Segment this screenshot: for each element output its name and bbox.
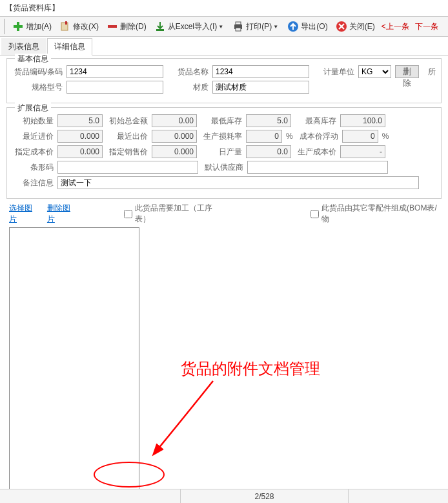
minus-icon bbox=[106, 20, 119, 33]
day-out-input[interactable] bbox=[246, 145, 291, 158]
code-label: 货品编码/条码 bbox=[12, 67, 63, 77]
init-qty-label: 初始数量 bbox=[12, 116, 54, 127]
plus-icon bbox=[12, 20, 25, 33]
svg-rect-7 bbox=[236, 22, 241, 25]
barcode-input[interactable] bbox=[57, 161, 198, 174]
spec-label: 规格型号 bbox=[12, 82, 63, 93]
bom-checkbox[interactable]: 此货品由其它零配件组成(BOM表/物 bbox=[311, 203, 442, 225]
prod-cost-input[interactable] bbox=[340, 145, 385, 158]
recent-in-input[interactable] bbox=[57, 130, 103, 143]
material-input[interactable] bbox=[212, 81, 309, 94]
loss-label: 生产损耗率 bbox=[201, 131, 242, 142]
supplier-input[interactable] bbox=[247, 161, 388, 174]
supplier-label: 默认供应商 bbox=[202, 162, 243, 173]
window-title: 【货品资料库】 bbox=[0, 0, 448, 16]
barcode-label: 条形码 bbox=[12, 162, 54, 173]
svg-rect-4 bbox=[108, 25, 117, 28]
delete-image-link[interactable]: 删除图片 bbox=[47, 203, 77, 225]
basic-info-group: 基本信息 货品编码/条码 货品名称 计量单位 KG 删除 所 规格型号 材质 bbox=[6, 58, 442, 103]
bom-check-input[interactable] bbox=[311, 210, 319, 218]
dropdown-icon[interactable]: ▼ bbox=[273, 24, 280, 30]
material-label: 材质 bbox=[167, 82, 209, 93]
edit-icon bbox=[59, 20, 72, 33]
prod-cost-label: 生产成本价 bbox=[295, 147, 336, 158]
basic-title: 基本信息 bbox=[15, 54, 51, 65]
unit-label: 计量单位 bbox=[313, 67, 354, 77]
pct-label: % bbox=[286, 132, 293, 141]
owner-label: 所 bbox=[423, 67, 436, 77]
remark-input[interactable] bbox=[57, 176, 419, 189]
svg-rect-3 bbox=[65, 21, 67, 25]
recent-out-input[interactable] bbox=[152, 130, 197, 143]
process-check-input[interactable] bbox=[124, 210, 132, 218]
process-checkbox[interactable]: 此货品需要加工（工序表） bbox=[124, 203, 225, 225]
content-area: 基本信息 货品编码/条码 货品名称 计量单位 KG 删除 所 规格型号 材质 扩… bbox=[0, 56, 448, 503]
delete-unit-button[interactable]: 删除 bbox=[395, 65, 419, 78]
spec-cost-input[interactable] bbox=[57, 145, 103, 158]
delete-button[interactable]: 删除(D) bbox=[103, 18, 150, 35]
cost-float-label: 成本价浮动 bbox=[297, 131, 338, 142]
add-button[interactable]: 增加(A) bbox=[8, 18, 55, 35]
print-button[interactable]: 打印(P) ▼ bbox=[229, 18, 283, 35]
unit-select[interactable]: KG bbox=[358, 65, 391, 78]
next-link[interactable]: 下一条 bbox=[412, 21, 441, 32]
code-input[interactable] bbox=[66, 65, 163, 78]
prev-link[interactable]: <上一条 bbox=[379, 21, 412, 32]
cost-float-input[interactable] bbox=[342, 130, 378, 143]
add-label: 增加(A) bbox=[26, 21, 52, 32]
delete-label: 删除(D) bbox=[120, 21, 147, 32]
name-label: 货品名称 bbox=[167, 67, 209, 77]
select-image-link[interactable]: 选择图片 bbox=[9, 203, 39, 225]
tab-list[interactable]: 列表信息 bbox=[1, 38, 46, 55]
image-preview-box bbox=[9, 227, 139, 489]
printer-icon bbox=[232, 20, 245, 33]
tab-detail[interactable]: 详细信息 bbox=[47, 38, 92, 56]
day-out-label: 日产量 bbox=[201, 147, 242, 158]
edit-button[interactable]: 修改(X) bbox=[56, 18, 102, 35]
recent-in-label: 最近进价 bbox=[12, 131, 54, 142]
svg-rect-5 bbox=[156, 29, 164, 31]
init-amt-input[interactable] bbox=[152, 114, 197, 127]
export-icon bbox=[287, 20, 300, 33]
close-button[interactable]: 关闭(E) bbox=[332, 18, 378, 35]
status-cell-1 bbox=[0, 489, 181, 503]
close-label: 关闭(E) bbox=[349, 21, 375, 32]
pct-label2: % bbox=[382, 132, 389, 141]
svg-rect-8 bbox=[236, 28, 241, 31]
min-stock-label: 最低库存 bbox=[201, 116, 242, 127]
print-label: 打印(P) bbox=[246, 21, 272, 32]
bom-check-label: 此货品由其它零配件组成(BOM表/物 bbox=[321, 203, 442, 225]
spec-cost-label: 指定成本价 bbox=[12, 147, 54, 158]
page-indicator: 2/528 bbox=[181, 489, 349, 503]
import-label: 从Excel导入(I) bbox=[168, 21, 218, 32]
edit-label: 修改(X) bbox=[73, 21, 99, 32]
spec-sale-input[interactable] bbox=[152, 145, 197, 158]
loss-input[interactable] bbox=[246, 130, 282, 143]
init-amt-label: 初始总金额 bbox=[107, 116, 148, 127]
min-stock-input[interactable] bbox=[246, 114, 291, 127]
remark-label: 备注信息 bbox=[12, 178, 54, 189]
spec-input[interactable] bbox=[66, 81, 163, 94]
max-stock-label: 最高库存 bbox=[295, 116, 336, 127]
import-icon bbox=[154, 20, 167, 33]
tab-bar: 列表信息 详细信息 bbox=[0, 38, 448, 56]
ext-title: 扩展信息 bbox=[15, 103, 51, 114]
toolbar-separator bbox=[4, 19, 6, 34]
recent-out-label: 最近出价 bbox=[107, 131, 148, 142]
close-icon bbox=[335, 20, 348, 33]
status-bar: 2/528 bbox=[0, 489, 448, 503]
export-label: 导出(O) bbox=[301, 21, 327, 32]
dropdown-icon[interactable]: ▼ bbox=[218, 24, 225, 30]
max-stock-input[interactable] bbox=[340, 114, 385, 127]
process-check-label: 此货品需要加工（工序表） bbox=[135, 203, 225, 225]
svg-rect-1 bbox=[14, 25, 23, 28]
import-button[interactable]: 从Excel导入(I) ▼ bbox=[150, 18, 229, 35]
spec-sale-label: 指定销售价 bbox=[107, 147, 148, 158]
image-link-row: 选择图片 删除图片 此货品需要加工（工序表） 此货品由其它零配件组成(BOM表/… bbox=[9, 203, 442, 225]
export-button[interactable]: 导出(O) bbox=[283, 18, 331, 35]
toolbar: 增加(A) 修改(X) 删除(D) 从Excel导入(I) ▼ 打印(P) ▼ … bbox=[0, 16, 448, 37]
init-qty-input[interactable] bbox=[57, 114, 103, 127]
ext-info-group: 扩展信息 初始数量 初始总金额 最低库存 最高库存 最近进价 最近出价 生产损耗… bbox=[6, 107, 442, 199]
name-input[interactable] bbox=[212, 65, 309, 78]
